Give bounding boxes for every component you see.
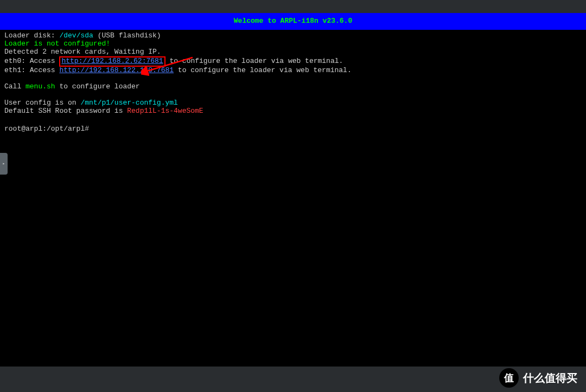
watermark-badge-icon: 值 (499, 368, 519, 388)
prompt-line[interactable]: root@arpl:/opt/arpl# (4, 124, 582, 133)
eth1-line: eth1: Access http://192.168.122.160:7681… (4, 67, 582, 75)
call-menu-line: Call menu.sh to configure loader (4, 83, 582, 91)
loader-disk-line: Loader disk: /dev/sda (USB flashdisk) (4, 32, 582, 40)
blank-line-2 (4, 91, 582, 99)
ssh-password: Redp1lL-1s-4weSomE (127, 107, 203, 115)
eth0-url-link[interactable]: http://192.168.2.62:7681 (61, 57, 163, 65)
window-top-bar (0, 0, 586, 13)
side-panel-toggle[interactable] (0, 153, 8, 175)
disk-path: /dev/sda (59, 31, 93, 40)
eth1-url-link[interactable]: http://192.168.122.160:7681 (59, 66, 174, 74)
eth0-line: eth0: Access http://192.168.2.62:7681 to… (4, 56, 582, 67)
ssh-password-line: Default SSH Root password is Redp1lL-1s-… (4, 107, 582, 115)
banner-text: Welcome to ARPL-i18n v23.6.0 (234, 17, 352, 25)
welcome-banner: Welcome to ARPL-i18n v23.6.0 (0, 13, 586, 30)
terminal-output: Loader disk: /dev/sda (USB flashdisk) Lo… (0, 30, 586, 136)
user-config-line: User config is on /mnt/p1/user-config.ym… (4, 99, 582, 107)
not-configured-line: Loader is not configured! (4, 40, 582, 48)
blank-line-1 (4, 75, 582, 83)
detected-line: Detected 2 network cards, Waiting IP. (4, 48, 582, 56)
watermark-text: 什么值得买 (523, 372, 577, 384)
menu-cmd: menu.sh (26, 82, 55, 91)
blank-line-3 (4, 115, 582, 124)
shell-prompt: root@arpl:/opt/arpl# (4, 125, 89, 133)
watermark: 值 什么值得买 (499, 368, 577, 388)
terminal-window[interactable]: Welcome to ARPL-i18n v23.6.0 Loader disk… (0, 13, 586, 367)
cursor (93, 124, 97, 131)
config-path: /mnt/p1/user-config.yml (80, 99, 177, 107)
window-bottom-bar (0, 367, 586, 392)
highlighted-url-box: http://192.168.2.62:7681 (59, 56, 165, 67)
